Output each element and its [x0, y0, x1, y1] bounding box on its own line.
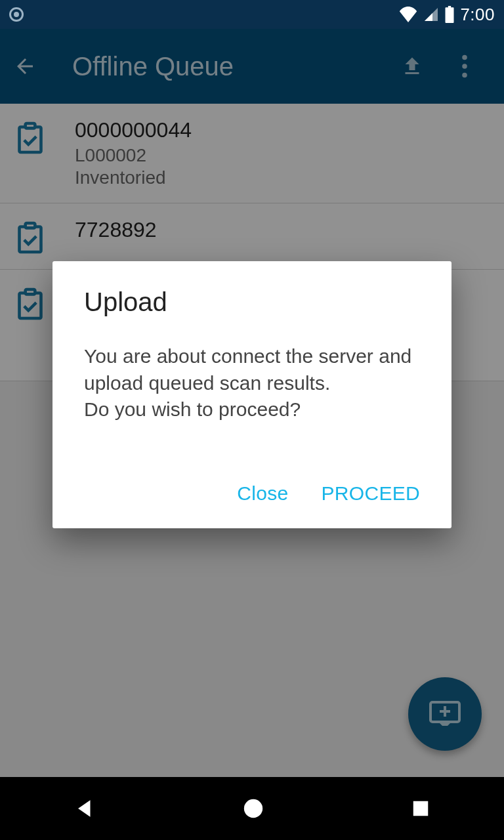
- svg-rect-5: [413, 801, 429, 816]
- square-recent-icon: [411, 799, 430, 818]
- close-button[interactable]: Close: [237, 482, 288, 505]
- proceed-button[interactable]: PROCEED: [322, 482, 420, 505]
- status-bar: 7:00: [0, 0, 504, 29]
- dialog-title: Upload: [84, 287, 420, 317]
- dialog-body: You are about connect the server and upl…: [84, 343, 420, 423]
- status-time: 7:00: [460, 5, 495, 25]
- svg-point-4: [244, 799, 262, 818]
- nav-home-button[interactable]: [242, 797, 264, 820]
- upload-dialog: Upload You are about connect the server …: [52, 261, 452, 528]
- nav-back-button[interactable]: [74, 797, 96, 820]
- circle-home-icon: [242, 797, 264, 820]
- battery-icon: [444, 6, 455, 23]
- system-nav-bar: [0, 777, 504, 840]
- wifi-icon: [398, 7, 418, 22]
- triangle-back-icon: [74, 797, 96, 820]
- cell-signal-icon: [423, 7, 439, 22]
- camera-ring-icon: [9, 7, 24, 22]
- nav-recent-button[interactable]: [411, 799, 430, 818]
